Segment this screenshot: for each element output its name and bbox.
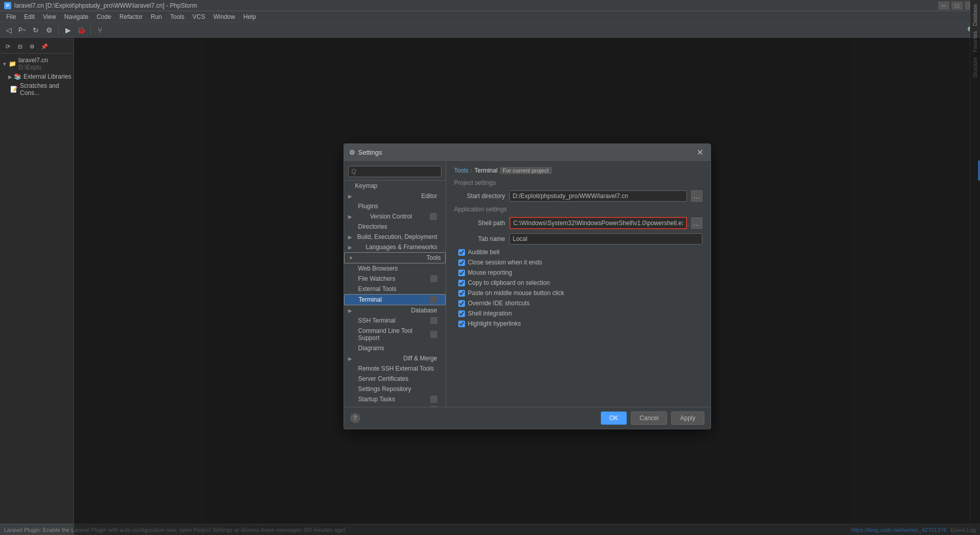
edge-tab-database[interactable]: Database: [971, 2, 979, 28]
settings-content: Tools › Terminal For current project Pro…: [446, 161, 710, 407]
checkbox-mouse-reporting: Mouse reporting: [454, 269, 702, 276]
nav-item-dirs[interactable]: Directories: [344, 222, 446, 232]
audible-bell-checkbox[interactable]: [458, 249, 465, 256]
project-toolbar: ⟳ ⊟ ⚙ 📌: [0, 40, 74, 54]
tree-item-external[interactable]: ▶ 📚 External Libraries: [0, 72, 74, 81]
tab-name-input[interactable]: [509, 233, 702, 245]
nav-item-keymap[interactable]: Keymap: [344, 181, 446, 191]
toolbar-run-button[interactable]: ▶: [62, 25, 74, 36]
shell-path-input[interactable]: [509, 217, 687, 229]
dialog-footer: ? OK Cancel Apply: [344, 407, 710, 429]
nav-item-plugins[interactable]: Plugins: [344, 201, 446, 211]
project-pin-button[interactable]: 📌: [39, 41, 50, 52]
menu-navigate[interactable]: Navigate: [60, 12, 92, 21]
copy-clipboard-checkbox[interactable]: [458, 280, 465, 286]
toolbar-refresh-button[interactable]: ↻: [30, 25, 41, 36]
breadcrumb-parent[interactable]: Tools: [454, 167, 469, 174]
fw-badge: [430, 275, 437, 282]
nav-item-web-browsers[interactable]: Web Browsers: [344, 263, 446, 274]
breadcrumb: Tools › Terminal For current project: [454, 167, 702, 174]
menu-view[interactable]: View: [39, 12, 60, 21]
project-settings-label: Project settings: [454, 179, 702, 186]
settings-search-input[interactable]: [348, 166, 442, 177]
apply-button[interactable]: Apply: [671, 411, 704, 425]
paste-middle-checkbox[interactable]: [458, 290, 465, 297]
nav-item-editor[interactable]: ▶ Editor: [344, 191, 446, 201]
nav-item-startup[interactable]: Startup Tasks: [344, 394, 446, 404]
menu-window[interactable]: Window: [209, 12, 239, 21]
nav-item-diff[interactable]: ▶ Diff & Merge: [344, 353, 446, 363]
start-dir-label: Start directory: [454, 192, 505, 200]
nav-item-ssh-terminal[interactable]: SSH Terminal: [344, 315, 446, 326]
project-sync-button[interactable]: ⟳: [2, 41, 13, 52]
menu-vcs[interactable]: VCS: [188, 12, 209, 21]
toolbar: ◁ P~ ↻ ⚙ ▶ 🐞 ⑂ 🔍: [0, 22, 980, 38]
startup-badge: [430, 396, 437, 403]
maximize-button[interactable]: □: [951, 2, 963, 10]
breadcrumb-arrow: ›: [471, 167, 473, 174]
override-shortcuts-checkbox[interactable]: [458, 300, 465, 307]
start-directory-input[interactable]: [509, 190, 687, 202]
settings-nav: Keymap ▶ Editor Plugins ▶ Version Contro…: [344, 161, 446, 407]
tab-name-label: Tab name: [454, 235, 505, 242]
tree-scratches-label: Scratches and Cons...: [20, 82, 71, 96]
nav-item-external-tools[interactable]: External Tools: [344, 284, 446, 294]
toolbar-build-button[interactable]: ⚙: [43, 25, 55, 36]
toolbar-back-button[interactable]: ◁: [3, 25, 14, 36]
build-arrow: ▶: [348, 234, 352, 240]
start-dir-browse-button[interactable]: …: [691, 190, 702, 202]
external-libs-icon: 📚: [14, 73, 21, 80]
close-session-checkbox[interactable]: [458, 259, 465, 266]
nav-item-cmd-tool[interactable]: Command Line Tool Support: [344, 326, 446, 343]
nav-item-diagrams[interactable]: Diagrams: [344, 343, 446, 353]
settings-icon: ⚙: [349, 149, 355, 156]
toolbar-debug-button[interactable]: 🐞: [76, 25, 87, 36]
cancel-button[interactable]: Cancel: [631, 411, 667, 425]
nav-item-database[interactable]: ▶ Database: [344, 305, 446, 315]
tree-arrow: ▼: [2, 61, 7, 67]
window-title: laravel7.cn [D:\Exploit\phpstudy_pro\WWW…: [14, 2, 197, 9]
menu-file[interactable]: File: [2, 12, 20, 21]
shell-integration-checkbox[interactable]: [458, 310, 465, 317]
checkbox-audible-bell: Audible bell: [454, 249, 702, 256]
project-panel: ⟳ ⊟ ⚙ 📌 ▼ 📁 laravel7.cn D:\Explo ▶ 📚 Ext…: [0, 38, 74, 535]
nav-item-build[interactable]: ▶ Build, Execution, Deployment: [344, 232, 446, 242]
help-button[interactable]: ?: [350, 413, 360, 423]
ok-button[interactable]: OK: [601, 411, 627, 425]
vcs-arrow: ▶: [348, 214, 352, 220]
nav-item-tools[interactable]: ▼ Tools: [344, 252, 446, 263]
shell-path-label: Shell path: [454, 220, 505, 227]
nav-item-server-certs[interactable]: Server Certificates: [344, 374, 446, 384]
shell-path-browse-button[interactable]: …: [691, 217, 702, 229]
title-bar: P laravel7.cn [D:\Exploit\phpstudy_pro\W…: [0, 0, 980, 11]
vcs-badge: [430, 213, 437, 220]
mouse-reporting-checkbox[interactable]: [458, 270, 465, 276]
checkbox-paste-middle: Paste on middle mouse button click: [454, 289, 702, 297]
tab-name-row: Tab name: [454, 233, 702, 245]
nav-item-terminal[interactable]: Terminal: [344, 294, 446, 305]
toolbar-vcs-button[interactable]: ⑂: [94, 25, 106, 36]
menu-code[interactable]: Code: [92, 12, 115, 21]
menu-refactor[interactable]: Refactor: [115, 12, 146, 21]
nav-item-langs[interactable]: ▶ Languages & Frameworks: [344, 242, 446, 252]
project-collapse-button[interactable]: ⊟: [14, 41, 26, 52]
menu-tools[interactable]: Tools: [166, 12, 188, 21]
nav-item-file-watchers[interactable]: File Watchers: [344, 274, 446, 284]
nav-item-remote-ssh[interactable]: Remote SSH External Tools: [344, 363, 446, 374]
langs-arrow: ▶: [348, 245, 352, 250]
highlight-hyperlinks-checkbox[interactable]: [458, 321, 465, 327]
minimize-button[interactable]: ─: [938, 2, 949, 10]
tree-item-scratches[interactable]: 📝 Scratches and Cons...: [0, 81, 74, 98]
menu-edit[interactable]: Edit: [20, 12, 39, 21]
nav-item-vcs[interactable]: ▶ Version Control: [344, 211, 446, 222]
project-settings-button[interactable]: ⚙: [27, 41, 38, 52]
dialog-close-button[interactable]: ✕: [695, 147, 705, 157]
db-arrow: ▶: [348, 308, 352, 313]
tree-item-root[interactable]: ▼ 📁 laravel7.cn D:\Explo: [0, 56, 74, 72]
nav-item-settings-repo[interactable]: Settings Repository: [344, 384, 446, 394]
menu-help[interactable]: Help: [239, 12, 260, 21]
menu-run[interactable]: Run: [146, 12, 166, 21]
copy-clipboard-label: Copy to clipboard on selection: [468, 279, 550, 286]
mouse-reporting-label: Mouse reporting: [468, 269, 512, 276]
main-layout: ⟳ ⊟ ⚙ 📌 ▼ 📁 laravel7.cn D:\Explo ▶ 📚 Ext…: [0, 38, 980, 535]
